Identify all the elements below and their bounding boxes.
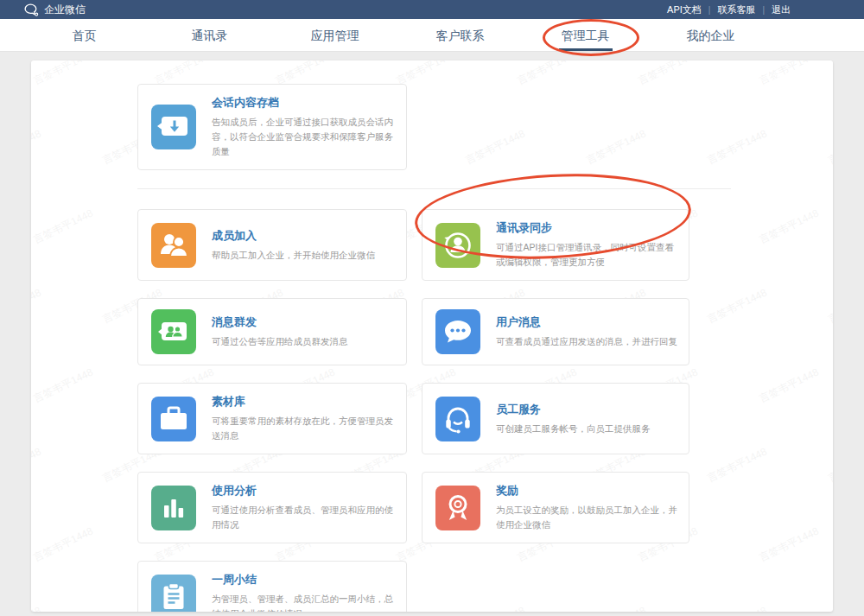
card-title[interactable]: 会话内容存档 — [212, 95, 397, 111]
card-desc: 可将重要常用的素材存放在此，方便管理员发送消息 — [212, 414, 397, 443]
medal-icon — [435, 486, 480, 530]
tool-card-asset-library[interactable]: 素材库 可将重要常用的素材存放在此，方便管理员发送消息 — [137, 383, 407, 454]
tools-content: 会话内容存档 告知成员后，企业可通过接口获取成员会话内容，以符合企业监管合规要求… — [31, 60, 833, 612]
tab-label: 首页 — [73, 29, 97, 42]
tool-card-usage-analytics[interactable]: 使用分析 可通过使用分析查看成员、管理员和应用的使用情况 — [137, 472, 407, 543]
card-desc: 帮助员工加入企业，并开始使用企业微信 — [212, 248, 397, 263]
tool-card-member-join[interactable]: 成员加入 帮助员工加入企业，并开始使用企业微信 — [137, 209, 407, 281]
card-desc: 可通过公告等应用给成员群发消息 — [212, 334, 397, 349]
tool-card-chat-archive[interactable]: 会话内容存档 告知成员后，企业可通过接口获取成员会话内容，以符合企业监管合规要求… — [137, 84, 407, 170]
page-body: 言签韦平1448言签韦平1448言签韦平1448言签韦平1448言签韦平1448… — [0, 52, 864, 612]
card-title[interactable]: 通讯录同步 — [496, 220, 680, 236]
card-title[interactable]: 员工服务 — [496, 402, 680, 417]
chat-dots-icon — [435, 309, 480, 354]
card-desc: 可创建员工服务帐号，向员工提供服务 — [496, 422, 680, 436]
people-icon — [151, 223, 196, 268]
active-tab-indicator — [559, 48, 613, 51]
tool-card-message-broadcast[interactable]: 消息群发 可通过公告等应用给成员群发消息 — [137, 298, 407, 365]
card-desc: 为管理员、管理者、成员汇总的一周小结，总结使用企业微信的情况 — [212, 592, 397, 612]
tool-card-rewards[interactable]: 奖励 为员工设立的奖励，以鼓励员工加入企业，并使用企业微信 — [422, 472, 689, 543]
section-divider — [137, 188, 731, 189]
tool-card-contacts-sync[interactable]: 通讯录同步 可通过API接口管理通讯录，同时可设置查看或编辑权限，管理更加方便 — [422, 209, 689, 281]
tab-contacts[interactable]: 通讯录 — [147, 19, 272, 51]
card-title[interactable]: 奖励 — [496, 483, 680, 499]
card-desc: 可查看成员通过应用发送的消息，并进行回复 — [496, 334, 680, 349]
tools-grid: 成员加入 帮助员工加入企业，并开始使用企业微信 — [137, 209, 833, 612]
group-message-icon — [151, 309, 196, 354]
tab-label: 管理工具 — [562, 29, 610, 42]
card-desc: 为员工设立的奖励，以鼓励员工加入企业，并使用企业微信 — [496, 503, 680, 532]
navbar: 首页 通讯录 应用管理 客户联系 管理工具 我的企业 — [0, 19, 864, 52]
card-desc: 告知成员后，企业可通过接口获取成员会话内容，以符合企业监管合规要求和保障客户服务… — [212, 115, 397, 159]
card-title[interactable]: 消息群发 — [212, 314, 397, 330]
tab-home[interactable]: 首页 — [22, 19, 147, 51]
card-title[interactable]: 使用分析 — [212, 483, 397, 499]
topbar-links: API文档 | 联系客服 | 退出 — [667, 3, 791, 16]
empty-grid-cell — [422, 561, 689, 612]
tab-management-tools[interactable]: 管理工具 — [523, 19, 648, 51]
briefcase-icon — [151, 397, 196, 441]
wechat-work-logo-icon — [24, 3, 39, 16]
tab-my-company[interactable]: 我的企业 — [648, 19, 773, 51]
tab-label: 应用管理 — [311, 29, 359, 42]
tab-customer-contact[interactable]: 客户联系 — [397, 19, 523, 51]
card-title[interactable]: 一周小结 — [212, 572, 397, 587]
contact-support-link[interactable]: 联系客服 — [717, 3, 755, 16]
tool-card-employee-services[interactable]: 员工服务 可创建员工服务帐号，向员工提供服务 — [422, 383, 689, 454]
chat-download-icon — [151, 105, 196, 149]
tab-label: 我的企业 — [687, 29, 735, 42]
content-panel: 言签韦平1448言签韦平1448言签韦平1448言签韦平1448言签韦平1448… — [31, 60, 833, 612]
clipboard-icon — [151, 575, 196, 613]
brand[interactable]: 企业微信 — [24, 3, 86, 17]
tab-label: 通讯录 — [192, 29, 228, 42]
tool-card-user-messages[interactable]: 用户消息 可查看成员通过应用发送的消息，并进行回复 — [422, 298, 689, 365]
card-title[interactable]: 素材库 — [212, 394, 397, 410]
separator: | — [762, 5, 765, 15]
card-title[interactable]: 成员加入 — [212, 228, 397, 244]
bar-chart-icon — [151, 486, 196, 530]
card-desc: 可通过API接口管理通讯录，同时可设置查看或编辑权限，管理更加方便 — [496, 240, 680, 270]
brand-name: 企业微信 — [44, 3, 86, 17]
tab-label: 客户联系 — [436, 29, 485, 42]
headset-icon — [435, 397, 480, 441]
card-title[interactable]: 用户消息 — [496, 314, 680, 330]
card-desc: 可通过使用分析查看成员、管理员和应用的使用情况 — [212, 503, 397, 532]
api-docs-link[interactable]: API文档 — [667, 3, 702, 16]
tool-card-weekly-summary[interactable]: 一周小结 为管理员、管理者、成员汇总的一周小结，总结使用企业微信的情况 — [137, 561, 407, 612]
tab-app-management[interactable]: 应用管理 — [272, 19, 397, 51]
logout-link[interactable]: 退出 — [772, 3, 791, 16]
contact-sync-icon — [435, 223, 480, 268]
topbar: 企业微信 API文档 | 联系客服 | 退出 — [0, 0, 864, 19]
separator: | — [708, 5, 711, 15]
